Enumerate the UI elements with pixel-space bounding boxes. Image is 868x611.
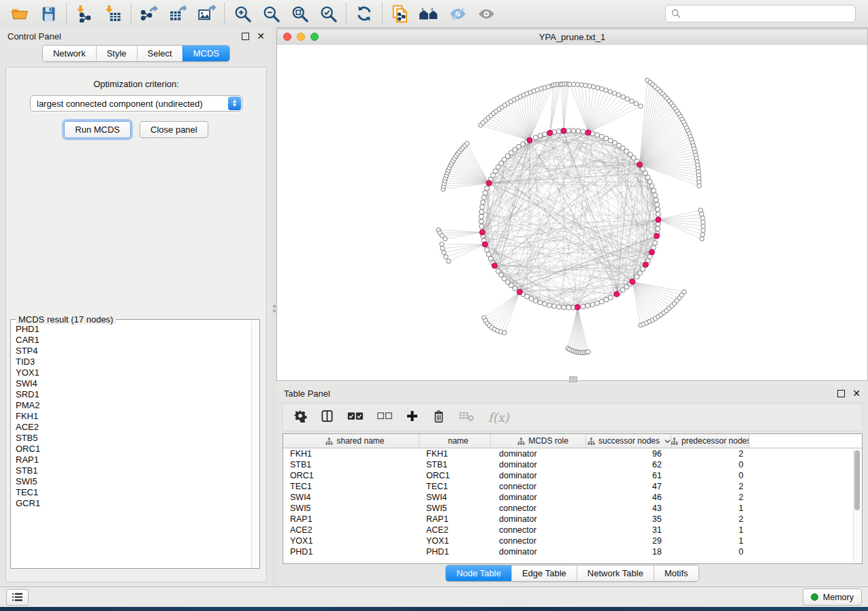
result-node[interactable]: TID3 — [16, 357, 251, 367]
select-all-button[interactable] — [347, 410, 364, 425]
minimize-window-icon[interactable] — [297, 33, 305, 41]
columns-button[interactable] — [321, 410, 334, 425]
table-row[interactable]: TEC1TEC1connector472 — [283, 481, 862, 492]
delete-table-button[interactable] — [459, 410, 475, 425]
table-scrollbar[interactable] — [853, 449, 861, 562]
table-row[interactable]: ORC1ORC1dominator610 — [283, 470, 862, 481]
tab-select[interactable]: Select — [137, 46, 182, 61]
result-node[interactable]: STP4 — [16, 346, 251, 357]
result-node[interactable]: GCR1 — [16, 498, 251, 509]
close-table-panel-icon[interactable]: ✕ — [852, 390, 861, 397]
toolbar-separator — [131, 3, 131, 24]
cytoscape-window: Control Panel ✕ Network Style Select MCD… — [0, 0, 868, 611]
mcds-result-list[interactable]: PHD1CAR1STP4TID3YOX1SWI4SRD1PMA2FKH1ACE2… — [11, 321, 251, 568]
tab-edge-table[interactable]: Edge Table — [511, 565, 577, 581]
result-node[interactable]: RAP1 — [16, 455, 251, 465]
zoom-fit-button[interactable] — [285, 2, 314, 25]
column-header-successor-nodes[interactable]: successor nodes — [586, 434, 671, 448]
search-box[interactable] — [665, 5, 856, 22]
float-panel-icon[interactable] — [242, 33, 249, 40]
optimization-criterion-label: Optimization criterion: — [6, 79, 266, 89]
eye-button[interactable] — [472, 2, 500, 25]
desktop-wallpaper-strip — [0, 607, 868, 611]
close-panel-button[interactable]: Close panel — [140, 121, 208, 138]
table-header: shared name name MCDS role successor nod… — [283, 434, 862, 448]
result-node[interactable]: STB5 — [16, 433, 251, 444]
export-network-button[interactable] — [135, 2, 163, 25]
attribute-type-icon — [671, 437, 678, 445]
result-scrollbar[interactable] — [251, 320, 259, 568]
network-titlebar[interactable]: YPA_prune.txt_1 — [277, 29, 867, 46]
result-node[interactable]: PHD1 — [16, 324, 251, 335]
homes-button[interactable] — [415, 2, 443, 25]
result-node[interactable]: CAR1 — [16, 335, 251, 346]
tab-network[interactable]: Network — [43, 46, 96, 61]
import-network-button[interactable] — [70, 2, 99, 25]
result-node[interactable]: SWI4 — [16, 378, 251, 389]
open-file-button[interactable] — [5, 2, 34, 25]
import-table-button[interactable] — [99, 2, 127, 25]
add-column-icon — [406, 410, 419, 423]
close-window-icon[interactable] — [283, 33, 291, 41]
node-table-body: FKH1FKH1dominator962STB1STB1dominator620… — [283, 448, 862, 557]
control-panel-tabs: Network Style Select MCDS — [0, 45, 272, 62]
export-image-button[interactable] — [192, 2, 221, 25]
tab-mcds[interactable]: MCDS — [182, 46, 229, 61]
zoom-in-button[interactable] — [228, 2, 257, 25]
table-row[interactable]: YOX1YOX1connector291 — [283, 535, 862, 546]
clone-network-button[interactable] — [386, 2, 415, 25]
result-node[interactable]: ACE2 — [16, 422, 251, 433]
delete-column-icon — [432, 409, 445, 423]
attribute-type-icon — [325, 437, 333, 445]
maximize-window-icon[interactable] — [310, 33, 319, 41]
table-row[interactable]: STB1STB1dominator620 — [283, 459, 862, 470]
table-row[interactable]: ACE2ACE2connector311 — [283, 525, 862, 535]
column-header-name[interactable]: name — [419, 434, 491, 448]
delete-column-button[interactable] — [432, 409, 445, 426]
eye-slash-button[interactable] — [443, 2, 472, 25]
task-history-button[interactable] — [6, 589, 29, 606]
tab-node-table[interactable]: Node Table — [446, 565, 511, 581]
table-row[interactable]: SWI5SWI5connector431 — [283, 503, 862, 514]
splitter-handle-icon — [273, 305, 276, 308]
tab-network-table[interactable]: Network Table — [577, 565, 654, 581]
table-scrollbar-thumb[interactable] — [854, 450, 860, 510]
result-node[interactable]: YOX1 — [16, 367, 251, 378]
column-header-predecessor-nodes[interactable]: predecessor nodes — [671, 434, 750, 448]
result-node[interactable]: TEC1 — [16, 487, 251, 498]
result-node[interactable]: STB1 — [16, 465, 251, 476]
table-row[interactable]: PHD1PHD1dominator180 — [283, 546, 862, 557]
result-node[interactable]: SRD1 — [16, 389, 251, 400]
network-canvas[interactable] — [277, 45, 867, 380]
table-row[interactable]: RAP1RAP1dominator352 — [283, 514, 862, 525]
tab-style[interactable]: Style — [96, 46, 137, 61]
deselect-all-button[interactable] — [377, 411, 392, 424]
float-table-panel-icon[interactable] — [837, 390, 845, 397]
function-builder-button[interactable]: f(x) — [488, 410, 509, 425]
search-input[interactable] — [685, 8, 850, 20]
zoom-selected-button[interactable] — [314, 2, 342, 25]
close-panel-icon[interactable]: ✕ — [257, 33, 265, 39]
table-row[interactable]: FKH1FKH1dominator962 — [283, 448, 862, 459]
column-header-mcds-role[interactable]: MCDS role — [491, 434, 586, 448]
gear-button[interactable] — [293, 409, 307, 425]
result-node[interactable]: SWI5 — [16, 476, 251, 487]
result-node[interactable]: PMA2 — [16, 400, 251, 411]
zoom-out-button[interactable] — [257, 2, 285, 25]
result-node[interactable]: FKH1 — [16, 411, 251, 422]
add-column-button[interactable] — [406, 410, 419, 425]
tab-motifs[interactable]: Motifs — [654, 565, 698, 581]
criterion-dropdown[interactable]: largest connected component (undirected)… — [30, 95, 242, 112]
attribute-type-icon — [588, 437, 595, 445]
run-mcds-button[interactable]: Run MCDS — [64, 121, 131, 138]
result-node[interactable]: ORC1 — [16, 444, 251, 455]
export-table-button[interactable] — [163, 2, 192, 25]
import-network-icon — [76, 5, 93, 22]
save-session-button[interactable] — [34, 2, 63, 25]
export-image-icon — [197, 5, 216, 23]
table-row[interactable]: SWI4SWI4dominator462 — [283, 492, 862, 503]
refresh-button[interactable] — [350, 2, 379, 25]
column-header-shared-name[interactable]: shared name — [283, 434, 419, 448]
horizontal-splitter-handle[interactable] — [569, 376, 577, 382]
memory-button[interactable]: Memory — [803, 589, 862, 606]
